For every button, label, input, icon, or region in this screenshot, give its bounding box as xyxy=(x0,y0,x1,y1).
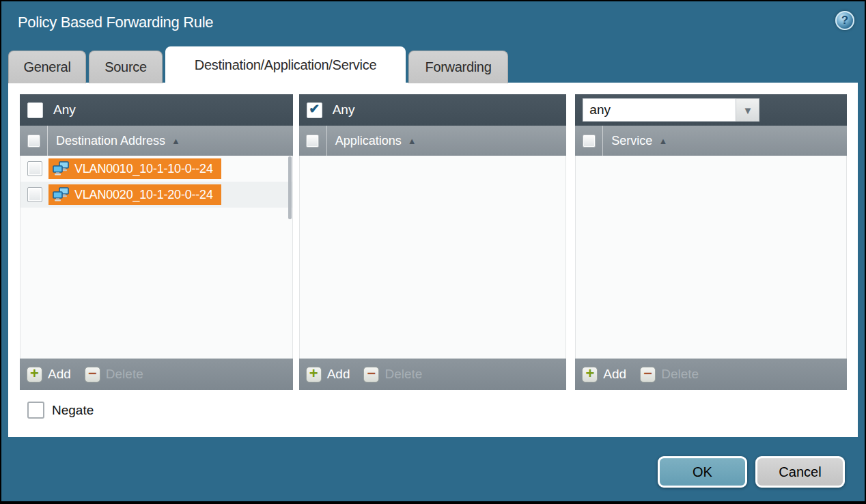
sort-asc-icon: ▲ xyxy=(171,136,180,146)
add-icon: + xyxy=(30,366,39,381)
delete-button[interactable]: – Delete xyxy=(640,367,699,382)
add-icon: + xyxy=(309,366,318,381)
delete-icon: – xyxy=(644,365,652,380)
applications-select-all-checkbox[interactable] xyxy=(306,135,319,148)
scrollbar-thumb[interactable] xyxy=(288,156,292,219)
help-icon[interactable]: ? xyxy=(835,11,854,30)
applications-any-header: Any xyxy=(299,94,567,126)
service-select-all-checkbox[interactable] xyxy=(583,135,596,148)
add-button-label: Add xyxy=(327,367,350,382)
negate-label: Negate xyxy=(52,403,94,418)
row-checkbox[interactable] xyxy=(27,187,42,202)
add-button-label: Add xyxy=(603,367,626,382)
negate-checkbox[interactable] xyxy=(27,402,44,419)
delete-button-label: Delete xyxy=(661,367,699,382)
destination-any-header: Any xyxy=(20,94,293,126)
service-column-title: Service xyxy=(611,134,652,148)
delete-button-label: Delete xyxy=(385,367,422,382)
delete-button-label: Delete xyxy=(106,367,143,382)
negate-row: Negate xyxy=(27,402,847,419)
destination-column-title: Destination Address xyxy=(56,134,165,148)
table-row: VLAN0020_10-1-20-0--24 xyxy=(20,182,292,208)
add-button[interactable]: + Add xyxy=(27,367,71,382)
tab-content: Any Destination Address ▲ xyxy=(8,83,858,437)
service-list xyxy=(575,156,847,359)
destination-address-item[interactable]: VLAN0010_10-1-10-0--24 xyxy=(48,158,221,179)
network-computers-icon xyxy=(52,187,70,202)
destination-any-label: Any xyxy=(53,102,76,117)
service-column-header[interactable]: Service ▲ xyxy=(575,126,847,156)
network-computers-icon xyxy=(52,161,70,176)
row-checkbox[interactable] xyxy=(27,161,42,176)
applications-any-label: Any xyxy=(333,102,355,117)
applications-panel: Any Applications ▲ + Add – Delete xyxy=(299,94,567,390)
cancel-button[interactable]: Cancel xyxy=(755,456,845,488)
applications-toolbar: + Add – Delete xyxy=(299,359,567,390)
destination-toolbar: + Add – Delete xyxy=(20,359,293,390)
destination-any-checkbox[interactable] xyxy=(27,102,43,118)
destination-list: VLAN0010_10-1-10-0--24 xyxy=(20,156,293,359)
service-dropdown-value[interactable]: any xyxy=(583,98,736,122)
service-any-header: any ▼ xyxy=(575,94,847,126)
chevron-down-icon[interactable]: ▼ xyxy=(736,98,759,122)
destination-address-label: VLAN0010_10-1-10-0--24 xyxy=(74,162,213,176)
destination-address-label: VLAN0020_10-1-20-0--24 xyxy=(74,188,213,202)
table-row: VLAN0010_10-1-10-0--24 xyxy=(20,156,292,182)
delete-button[interactable]: – Delete xyxy=(85,367,143,382)
tab-bar: General Source Destination/Application/S… xyxy=(8,46,858,83)
service-panel: any ▼ Service ▲ + Add – Delete xyxy=(575,94,847,390)
service-select-all-cell xyxy=(575,126,603,156)
applications-column-header[interactable]: Applications ▲ xyxy=(299,126,567,156)
sort-asc-icon: ▲ xyxy=(408,136,417,146)
service-dropdown[interactable]: any ▼ xyxy=(583,98,759,122)
delete-button[interactable]: – Delete xyxy=(363,367,422,382)
destination-column-header[interactable]: Destination Address ▲ xyxy=(20,126,293,156)
tab-general[interactable]: General xyxy=(8,51,86,83)
applications-column-title: Applications xyxy=(335,134,402,148)
delete-icon: – xyxy=(367,365,376,380)
destination-panel: Any Destination Address ▲ xyxy=(20,94,293,390)
applications-any-checkbox[interactable] xyxy=(307,102,322,118)
destination-address-item[interactable]: VLAN0020_10-1-20-0--24 xyxy=(48,184,221,205)
service-toolbar: + Add – Delete xyxy=(575,359,847,390)
destination-select-all-checkbox[interactable] xyxy=(27,135,40,148)
add-button-label: Add xyxy=(48,367,71,382)
dialog-title: Policy Based Forwarding Rule xyxy=(18,14,213,31)
applications-select-all-cell xyxy=(299,126,327,156)
tab-destination-application-service[interactable]: Destination/Application/Service xyxy=(165,46,406,83)
add-icon: + xyxy=(585,366,594,381)
tab-source[interactable]: Source xyxy=(89,51,163,83)
tab-forwarding[interactable]: Forwarding xyxy=(408,51,508,83)
ok-button[interactable]: OK xyxy=(658,456,747,488)
applications-list xyxy=(299,156,567,359)
destination-select-all-cell xyxy=(20,126,48,156)
add-button[interactable]: + Add xyxy=(582,367,626,382)
sort-asc-icon: ▲ xyxy=(658,136,667,146)
add-button[interactable]: + Add xyxy=(306,367,350,382)
delete-icon: – xyxy=(88,365,96,380)
